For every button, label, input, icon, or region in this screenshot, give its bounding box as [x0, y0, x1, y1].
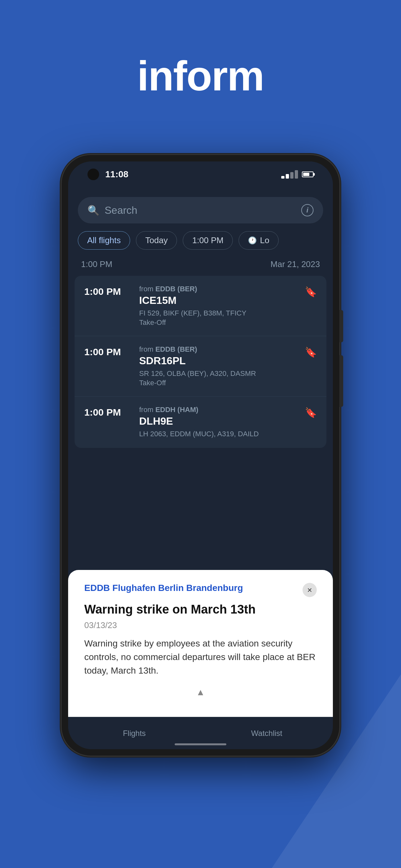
- battery-fill: [303, 173, 309, 176]
- volume-button: [339, 355, 343, 407]
- notif-body: Warning strike by employees at the aviat…: [84, 637, 317, 678]
- tab-flights-label: Flights: [123, 729, 146, 738]
- filter-time-label: 1:00 PM: [192, 236, 223, 245]
- flight-airport-2: EDDB (BER): [155, 345, 197, 353]
- camera-punch-hole: [88, 168, 99, 180]
- flight-time-2: 1:00 PM: [84, 345, 139, 358]
- flight-airport-1: EDDB (BER): [155, 285, 197, 293]
- flights-list: 1:00 PM from EDDB (BER) ICE15M FI 529, B…: [74, 276, 327, 448]
- time-date-header: 1:00 PM Mar 21, 2023: [68, 250, 333, 273]
- signal-icon: [281, 170, 298, 179]
- notif-airport: EDDB Flughafen Berlin Brandenburg: [84, 583, 243, 593]
- flight-airport-3: EDDH (HAM): [155, 406, 198, 414]
- notification-card: EDDB Flughafen Berlin Brandenburg × Warn…: [68, 570, 333, 717]
- info-icon[interactable]: i: [301, 204, 313, 216]
- status-time: 11:08: [105, 169, 128, 180]
- flight-info-2: SR 126, OLBA (BEY), A320, DASMR: [139, 369, 305, 379]
- flight-time-1: 1:00 PM: [84, 285, 139, 297]
- filter-location-label: Lo: [260, 236, 269, 245]
- flight-info-1: FI 529, BIKF (KEF), B38M, TFICY: [139, 308, 305, 318]
- notif-close-button[interactable]: ×: [303, 583, 317, 597]
- app-title: inform: [0, 52, 401, 100]
- signal-bar-2: [286, 174, 289, 179]
- search-bar[interactable]: 🔍 Search i: [78, 197, 323, 223]
- bookmark-icon-1[interactable]: 🔖: [305, 285, 317, 298]
- flight-item-3[interactable]: 1:00 PM from EDDH (HAM) DLH9E LH 2063, E…: [74, 397, 327, 448]
- flight-status-2: Take-Off: [139, 379, 305, 387]
- flight-details-3: from EDDH (HAM) DLH9E LH 2063, EDDM (MUC…: [139, 406, 305, 439]
- filter-today[interactable]: Today: [136, 231, 177, 250]
- screen-content: 🔍 Search i All flights Today 1:00 PM: [68, 187, 333, 749]
- signal-bar-1: [281, 176, 284, 179]
- flight-callsign-1: ICE15M: [139, 294, 305, 306]
- phone-mockup: 11:08 🔍 Search: [62, 155, 339, 755]
- current-time: 1:00 PM: [81, 259, 112, 269]
- flight-callsign-3: DLH9E: [139, 415, 305, 427]
- flight-item-2[interactable]: 1:00 PM from EDDB (BER) SDR16PL SR 126, …: [74, 336, 327, 397]
- flight-from-1: from EDDB (BER): [139, 285, 305, 293]
- status-icons: [281, 170, 313, 179]
- flight-info-3: LH 2063, EDDM (MUC), A319, DAILD: [139, 429, 305, 439]
- phone-screen: 11:08 🔍 Search: [68, 161, 333, 749]
- search-left: 🔍 Search: [88, 205, 137, 216]
- tab-watchlist-label: Watchlist: [251, 729, 282, 738]
- signal-bar-4: [295, 170, 298, 179]
- flight-from-2: from EDDB (BER): [139, 345, 305, 353]
- filter-all-flights-label: All flights: [87, 236, 121, 245]
- bookmark-icon-3[interactable]: 🔖: [305, 406, 317, 418]
- flight-details-2: from EDDB (BER) SDR16PL SR 126, OLBA (BE…: [139, 345, 305, 387]
- filter-row: All flights Today 1:00 PM 🕐 Lo: [68, 223, 333, 250]
- notif-collapse-handle[interactable]: ▲: [84, 687, 317, 698]
- flight-callsign-2: SDR16PL: [139, 355, 305, 367]
- current-date: Mar 21, 2023: [271, 259, 320, 269]
- battery-icon: [302, 172, 313, 177]
- power-button: [339, 310, 343, 342]
- flight-details-1: from EDDB (BER) ICE15M FI 529, BIKF (KEF…: [139, 285, 305, 327]
- clock-icon: 🕐: [248, 237, 257, 245]
- flight-status-1: Take-Off: [139, 318, 305, 327]
- flight-from-3: from EDDH (HAM): [139, 406, 305, 414]
- filter-time[interactable]: 1:00 PM: [183, 231, 233, 250]
- notif-date: 03/13/23: [84, 620, 317, 630]
- filter-all-flights[interactable]: All flights: [78, 231, 130, 250]
- flight-item[interactable]: 1:00 PM from EDDB (BER) ICE15M FI 529, B…: [74, 276, 327, 336]
- bookmark-icon-2[interactable]: 🔖: [305, 345, 317, 358]
- notif-title: Warning strike on March 13th: [84, 602, 317, 617]
- filter-location[interactable]: 🕐 Lo: [239, 231, 279, 250]
- status-bar: 11:08: [68, 161, 333, 187]
- search-icon: 🔍: [88, 205, 99, 216]
- signal-bar-3: [290, 172, 294, 179]
- home-indicator: [175, 743, 226, 745]
- filter-today-label: Today: [145, 236, 167, 245]
- search-placeholder: Search: [104, 205, 137, 216]
- notif-header: EDDB Flughafen Berlin Brandenburg ×: [84, 583, 317, 597]
- flight-time-3: 1:00 PM: [84, 406, 139, 418]
